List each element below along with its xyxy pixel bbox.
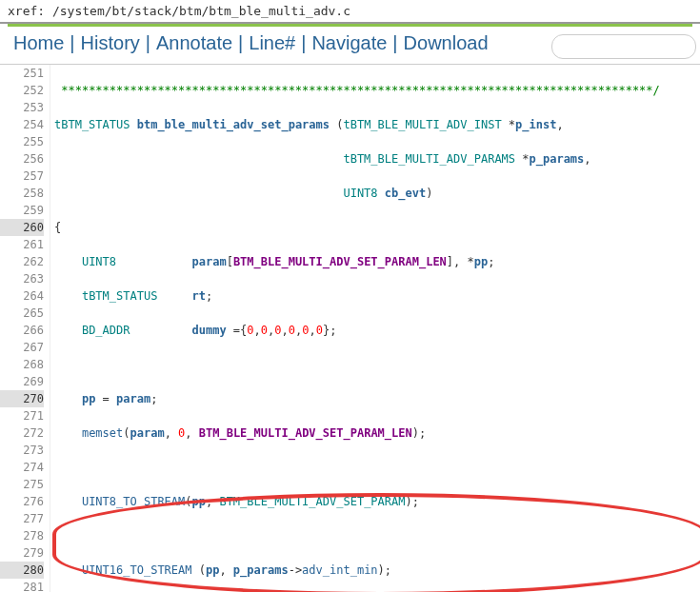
line-number[interactable]: 271 bbox=[0, 407, 44, 424]
line-number[interactable]: 252 bbox=[0, 82, 44, 99]
nav-sep: | bbox=[146, 32, 150, 54]
line-number[interactable]: 258 bbox=[0, 185, 44, 202]
line-number[interactable]: 262 bbox=[0, 253, 44, 270]
line-number[interactable]: 281 bbox=[0, 579, 44, 592]
nav-annotate[interactable]: Annotate bbox=[156, 32, 232, 54]
line-number[interactable]: 273 bbox=[0, 442, 44, 459]
xref-path: xref: /system/bt/stack/btm/btm_ble_multi… bbox=[0, 0, 700, 24]
line-number[interactable]: 266 bbox=[0, 322, 44, 339]
line-number[interactable]: 279 bbox=[0, 544, 44, 562]
line-number[interactable]: 280 bbox=[0, 562, 44, 579]
line-number[interactable]: 274 bbox=[0, 459, 44, 476]
line-number[interactable]: 277 bbox=[0, 510, 44, 527]
line-number[interactable]: 276 bbox=[0, 493, 44, 510]
nav-sep: | bbox=[70, 32, 74, 54]
line-number[interactable]: 270 bbox=[0, 390, 44, 407]
nav-history[interactable]: History bbox=[81, 32, 140, 54]
line-number[interactable]: 263 bbox=[0, 270, 44, 287]
line-number[interactable]: 254 bbox=[0, 116, 44, 133]
nav-line[interactable]: Line# bbox=[249, 32, 295, 54]
line-gutter: 2512522532542552562572582592602612622632… bbox=[0, 65, 50, 592]
line-number[interactable]: 264 bbox=[0, 287, 44, 305]
nav-sep: | bbox=[301, 32, 306, 54]
line-number[interactable]: 256 bbox=[0, 150, 44, 168]
line-number[interactable]: 278 bbox=[0, 527, 44, 544]
line-number[interactable]: 257 bbox=[0, 168, 44, 185]
nav-home[interactable]: Home bbox=[13, 32, 64, 54]
nav-sep: | bbox=[392, 32, 397, 54]
line-number[interactable]: 261 bbox=[0, 236, 44, 253]
nav-sep: | bbox=[238, 32, 243, 54]
line-number[interactable]: 267 bbox=[0, 339, 44, 356]
line-number[interactable]: 269 bbox=[0, 373, 44, 390]
code-body: ****************************************… bbox=[50, 65, 700, 592]
nav-download[interactable]: Download bbox=[404, 32, 489, 54]
line-number[interactable]: 275 bbox=[0, 476, 44, 493]
code-view: 2512522532542552562572582592602612622632… bbox=[0, 64, 700, 592]
search-input[interactable] bbox=[551, 34, 696, 59]
line-number[interactable]: 272 bbox=[0, 424, 44, 442]
line-number[interactable]: 255 bbox=[0, 133, 44, 150]
line-number[interactable]: 260 bbox=[0, 219, 44, 236]
line-number[interactable]: 253 bbox=[0, 99, 44, 116]
nav-navigate[interactable]: Navigate bbox=[311, 32, 387, 54]
line-number[interactable]: 265 bbox=[0, 305, 44, 322]
nav-bar: Home | History | Annotate | Line# | Navi… bbox=[0, 27, 700, 64]
line-number[interactable]: 268 bbox=[0, 356, 44, 373]
line-number[interactable]: 259 bbox=[0, 202, 44, 219]
line-number[interactable]: 251 bbox=[0, 65, 44, 82]
